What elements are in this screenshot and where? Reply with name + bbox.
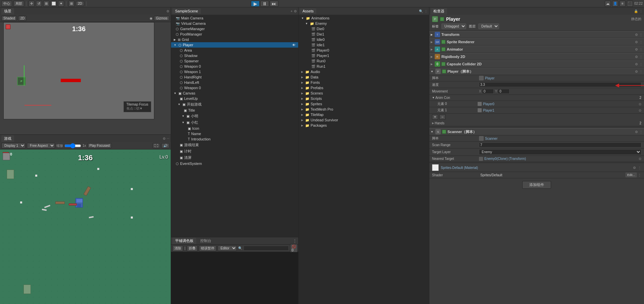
- hier-area[interactable]: ⬡ Area: [171, 48, 298, 53]
- scanner-enable[interactable]: [442, 130, 446, 134]
- pause-button[interactable]: ⏸: [260, 1, 269, 7]
- transform-cog[interactable]: ⚙: [635, 33, 638, 37]
- scanner-header[interactable]: ▼ S Scanner（脚本） ⚙ ⋮: [429, 128, 644, 135]
- hier-handleft[interactable]: ⬡ HandLeft: [171, 80, 298, 85]
- player-script-enable[interactable]: [442, 69, 446, 73]
- asset-undead[interactable]: ▶ 📁 Undead Survivor: [299, 117, 429, 123]
- play-button[interactable]: ▶: [251, 1, 260, 7]
- mute-btn[interactable]: 🔊: [161, 143, 169, 148]
- hier-title[interactable]: ▣ Title: [171, 108, 298, 113]
- hier-weapon-0b[interactable]: ⬡ Weapon 0: [171, 85, 298, 90]
- local-btn[interactable]: 局部: [13, 1, 24, 7]
- hier-clear[interactable]: ▣ 清屏: [171, 155, 298, 161]
- animator-more[interactable]: ⋮: [639, 48, 643, 51]
- capsule-more[interactable]: ⋮: [639, 62, 643, 66]
- capsule-cog[interactable]: ⚙: [635, 62, 638, 66]
- movement-y-input[interactable]: [498, 89, 509, 94]
- gizmos-btn[interactable]: Gizmos: [154, 16, 169, 21]
- rect-tool[interactable]: ⬜: [51, 1, 57, 7]
- target-layer-dropdown[interactable]: Enemy: [479, 149, 641, 155]
- game-tab[interactable]: 游戏: [1, 135, 14, 142]
- asset-die0[interactable]: 🎬 Die0: [299, 26, 429, 32]
- console-menu[interactable]: ⋮: [293, 239, 297, 243]
- scale-tool[interactable]: ⊞: [43, 1, 49, 7]
- aspect-dropdown[interactable]: Free Aspect: [27, 143, 55, 148]
- hier-name[interactable]: T Name: [171, 131, 298, 136]
- player-script-cog[interactable]: ⚙: [635, 70, 638, 73]
- hier-handright[interactable]: ⬡ HandRight: [171, 74, 298, 80]
- anim-con-add[interactable]: +: [432, 114, 438, 120]
- animator-header[interactable]: ▶ A Animator ⚙ ⋮: [429, 46, 644, 53]
- movement-x-input[interactable]: [482, 89, 494, 94]
- game-canvas[interactable]: 0 1:36 Lv.0: [0, 149, 171, 304]
- layers-icon[interactable]: ≡: [620, 1, 626, 7]
- inspector-lock[interactable]: 🔒: [634, 9, 638, 13]
- nearest-target-circle[interactable]: ⊙: [639, 157, 641, 161]
- hier-event-system[interactable]: ⬡ EventSystem: [171, 161, 298, 166]
- elem1-circle[interactable]: ⊙: [639, 109, 641, 112]
- scan-range-input[interactable]: [479, 142, 641, 147]
- hier-virtual-camera[interactable]: 📷 Virtual Camera: [171, 21, 298, 26]
- hier-introduction[interactable]: T Introduction: [171, 136, 298, 142]
- scene-tab[interactable]: 场景: [1, 8, 14, 14]
- hier-timer[interactable]: ▣ 计时: [171, 148, 298, 155]
- hier-game-manager[interactable]: ⬡ GameManager: [171, 26, 298, 32]
- add-component-btn[interactable]: 添加组件: [522, 181, 551, 189]
- capsule-enable[interactable]: [441, 62, 445, 66]
- sprite-renderer-cog[interactable]: ⚙: [635, 40, 638, 44]
- anim-con-remove[interactable]: −: [439, 114, 445, 120]
- hier-start-game[interactable]: ▼ ▣ 开始游戏: [171, 101, 298, 108]
- center-btn[interactable]: 中心: [1, 1, 12, 7]
- asset-data[interactable]: ▶ 📁 Data: [299, 74, 429, 80]
- asset-animations[interactable]: ▼ 📁 Animations: [299, 15, 429, 21]
- rotate-tool[interactable]: ↺: [36, 1, 42, 7]
- shading-btn[interactable]: Shaded: [1, 16, 17, 21]
- hier-xiaohong[interactable]: ▼ ▣ 小红: [171, 119, 298, 126]
- hier-weapon-0[interactable]: ⬡ Weapon 0: [171, 64, 298, 69]
- hier-levelup[interactable]: ▣ LevelUp: [171, 96, 298, 101]
- hier-player[interactable]: ▼ ⬡ Player 👁: [171, 42, 298, 48]
- asset-player0[interactable]: 🎬 Player0: [299, 48, 429, 53]
- display-dropdown[interactable]: Display 1: [1, 143, 25, 148]
- asset-fonts[interactable]: ▶ 📁 Fonts: [299, 80, 429, 85]
- collab-icon[interactable]: ☁: [605, 1, 611, 7]
- asset-textmesh[interactable]: ▶ 📁 TextMesh Pro: [299, 107, 429, 112]
- asset-prefabs[interactable]: ▶ 📁 Prefabs: [299, 85, 429, 90]
- asset-tilemap[interactable]: ▶ 📁 TileMap: [299, 112, 429, 117]
- transform-more[interactable]: ⋮: [639, 33, 643, 37]
- asset-die1[interactable]: 🎬 Die1: [299, 32, 429, 37]
- account-icon[interactable]: 👤: [612, 1, 618, 7]
- player-script-more[interactable]: ⋮: [639, 70, 643, 73]
- hier-icon[interactable]: ▣ Icon: [171, 126, 298, 131]
- asset-packages[interactable]: ▶ 📁 Packages: [299, 123, 429, 128]
- asset-scenes[interactable]: ▶ 📁 Scenes: [299, 90, 429, 96]
- maximize-btn[interactable]: ⛶: [153, 143, 160, 148]
- asset-idle1[interactable]: 🎬 Idle1: [299, 42, 429, 48]
- assets-tab[interactable]: Assets: [300, 8, 316, 14]
- hier-grid[interactable]: ▶ ⊞ Grid: [171, 37, 298, 42]
- transform-tool[interactable]: ✦: [58, 1, 64, 7]
- transform-header[interactable]: ▶ T Transform ⚙ ⋮: [429, 31, 644, 38]
- capsule-collider-header[interactable]: ▶ 0 Capsule Collider 2D ⚙ ⋮: [429, 60, 644, 68]
- hier-weapon-1[interactable]: ⬡ Weapon 1: [171, 69, 298, 74]
- player-enable-checkbox[interactable]: [440, 17, 444, 21]
- asset-run1[interactable]: 🎬 Run1: [299, 64, 429, 69]
- asset-scripts[interactable]: ▶ 📁 Scripts: [299, 96, 429, 101]
- scanner-cog[interactable]: ⚙: [635, 130, 638, 134]
- error-pause-btn[interactable]: 错误暂停: [199, 245, 216, 251]
- inspector-tab[interactable]: 检查器: [431, 8, 447, 14]
- console-tab[interactable]: 控制台: [198, 238, 214, 244]
- material-cog[interactable]: ⚙: [633, 166, 636, 170]
- asset-enemy[interactable]: ▼ 📁 Enemy: [299, 21, 429, 26]
- tile-palette-tab[interactable]: 平铺调色板: [172, 238, 196, 244]
- hier-canvas[interactable]: ▼ ▣ Canvas: [171, 90, 298, 96]
- editor-filter[interactable]: Editor: [218, 245, 237, 251]
- hier-spawner[interactable]: ⬡ Spawner: [171, 58, 298, 64]
- move-tool[interactable]: ✛: [29, 1, 35, 7]
- material-more[interactable]: ⋮: [638, 166, 641, 170]
- hier-shadow[interactable]: ⬡ Shadow: [171, 53, 298, 58]
- hier-xiaoming[interactable]: ▼ ▣ 小明: [171, 113, 298, 119]
- scanner-more[interactable]: ⋮: [639, 130, 643, 134]
- hier-eye-player[interactable]: 👁: [292, 43, 296, 47]
- step-button[interactable]: ⏭: [270, 1, 278, 7]
